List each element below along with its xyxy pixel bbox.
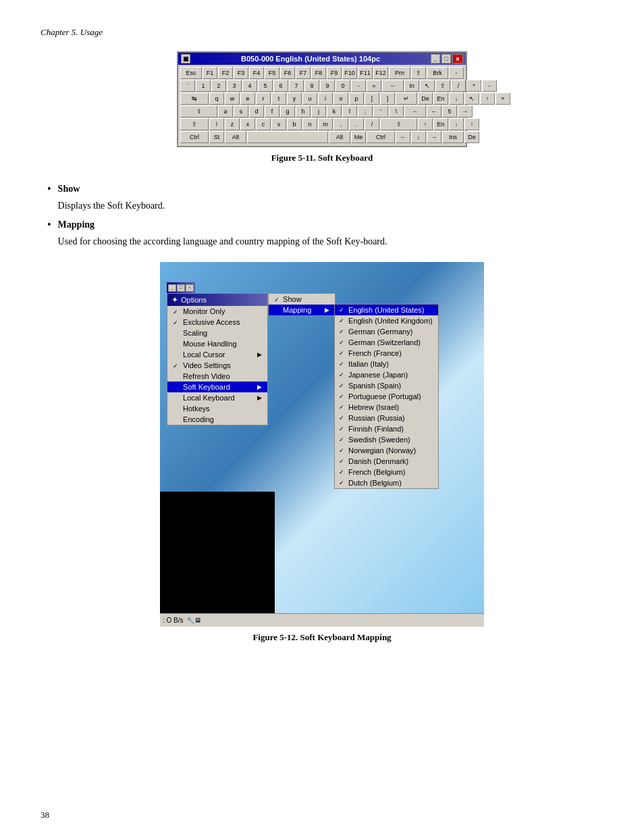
mapping-english-uk[interactable]: ✓ English (United Kingdom)	[335, 315, 438, 326]
sk-key-y[interactable]: y	[287, 93, 302, 105]
sk-key-f3[interactable]: F3	[234, 67, 248, 79]
mapping-english-us[interactable]: ✓ English (United States)	[335, 305, 438, 315]
sk-key-slash[interactable]: /	[365, 118, 379, 130]
sk-key-f10[interactable]: F10	[342, 67, 357, 79]
mapping-danish[interactable]: ✓ Danish (Denmark)	[335, 456, 438, 467]
menu-item-mouse-handling[interactable]: Mouse Handling	[167, 338, 267, 349]
menu-item-exclusive-access[interactable]: ✓ Exclusive Access	[167, 317, 267, 328]
sk-key-n[interactable]: n	[302, 118, 317, 130]
sk-key-num0[interactable]: Ins	[442, 131, 464, 143]
sk-key-period[interactable]: .	[349, 118, 364, 130]
mapping-italian[interactable]: ✓ Italian (Italy)	[335, 359, 438, 369]
sk-key-f1[interactable]: F1	[203, 67, 217, 79]
sk-key-a[interactable]: a	[218, 105, 233, 118]
sk-key-downarrow[interactable]: ↓	[411, 131, 426, 143]
sk-key-lalt[interactable]: Alt	[225, 131, 246, 143]
sk-key-space[interactable]	[247, 131, 328, 143]
sk-key-backspace[interactable]: ←	[382, 80, 404, 92]
sk-key-f11[interactable]: F11	[358, 67, 373, 79]
sk-key-c[interactable]: c	[256, 118, 271, 130]
sk-key-k[interactable]: k	[327, 105, 342, 118]
mapping-german-de[interactable]: ✓ German (Germany)	[335, 326, 438, 337]
sk-key-numminus[interactable]: -	[482, 80, 497, 92]
sk-minimize-btn[interactable]: _	[431, 54, 440, 63]
sk-key-6[interactable]: 6	[273, 80, 288, 92]
sk-key-7[interactable]: 7	[289, 80, 304, 92]
mapping-french-fr[interactable]: ✓ French (France)	[335, 348, 438, 359]
sk-key-pgdn[interactable]: ↓	[449, 93, 464, 105]
sk-key-f7[interactable]: F7	[296, 67, 311, 79]
mapping-finnish[interactable]: ✓ Finnish (Finland)	[335, 423, 438, 434]
sk-key-1[interactable]: 1	[196, 80, 211, 92]
sk-key-x[interactable]: x	[240, 118, 255, 130]
sk-key-num4[interactable]: ←	[427, 105, 441, 118]
sk-key-rshift[interactable]: ⇧	[380, 118, 417, 130]
sk-key-r[interactable]: r	[256, 93, 271, 105]
sk-key-j[interactable]: j	[311, 105, 326, 118]
mapping-japanese[interactable]: ✓ Japanese (Japan)	[335, 369, 438, 380]
win-maximize-btn[interactable]: □	[177, 284, 185, 292]
sk-key-num8[interactable]: ↑	[480, 93, 495, 105]
sk-key-v[interactable]: v	[271, 118, 286, 130]
sk-key-rightarrow[interactable]: →	[427, 131, 441, 143]
sk-key-rbracket[interactable]: ]	[380, 93, 395, 105]
sk-key-capslock[interactable]: ⇪	[180, 105, 217, 118]
win-minimize-btn[interactable]: _	[168, 284, 176, 292]
sk-key-comma[interactable]: ,	[333, 118, 348, 130]
sk-key-u[interactable]: u	[302, 93, 317, 105]
sk-key-m[interactable]: m	[318, 118, 333, 130]
sk-key-tab[interactable]: ↹	[180, 93, 209, 105]
sk-key-dash[interactable]: -	[351, 80, 366, 92]
sk-key-scroll[interactable]: ⇧	[411, 67, 426, 79]
sk-key-d[interactable]: d	[249, 105, 264, 118]
sk-key-i[interactable]: i	[318, 93, 333, 105]
mapping-spanish[interactable]: ✓ Spanish (Spain)	[335, 380, 438, 391]
sk-key-t[interactable]: t	[271, 93, 286, 105]
sk-key-ins[interactable]: In	[404, 80, 419, 92]
mapping-french-be[interactable]: ✓ French (Belgium)	[335, 467, 438, 477]
menu-item-hotkeys[interactable]: Hotkeys	[167, 403, 267, 414]
mapping-swedish[interactable]: ✓ Swedish (Sweden)	[335, 434, 438, 445]
sk-key-num1[interactable]: En	[433, 118, 448, 130]
sk-key-num2[interactable]: ↓	[449, 118, 464, 130]
options-panel[interactable]: ✦ Options ✓ Monitor Only ✓ Exclusive Acc…	[167, 293, 268, 425]
sk-key-equals[interactable]: =	[367, 80, 381, 92]
mapping-norwegian[interactable]: ✓ Norwegian (Norway)	[335, 445, 438, 456]
menu-item-local-keyboard[interactable]: Local Keyboard ▶	[167, 392, 267, 403]
sk-key-backslash[interactable]: \	[389, 105, 404, 118]
sk-key-numplus[interactable]: +	[495, 93, 510, 105]
mapping-dutch-be[interactable]: ✓ Dutch (Belgium)	[335, 477, 438, 488]
sk-key-leftarrow[interactable]: ←	[396, 131, 410, 143]
menu-item-local-cursor[interactable]: Local Cursor ▶	[167, 349, 267, 360]
sk-key-f[interactable]: f	[265, 105, 279, 118]
sk-key-3[interactable]: 3	[227, 80, 242, 92]
sk-key-s[interactable]: s	[234, 105, 248, 118]
sk-key-semicolon[interactable]: ;	[358, 105, 373, 118]
sk-key-num3[interactable]: ↑	[464, 118, 479, 130]
sk-key-e[interactable]: e	[240, 93, 255, 105]
sk-key-f8[interactable]: F8	[311, 67, 326, 79]
sk-key-ralt[interactable]: Alt	[329, 131, 350, 143]
sk-key-brk[interactable]: Brk	[427, 67, 448, 79]
sk-key-0[interactable]: 0	[336, 80, 350, 92]
sk-key-o[interactable]: o	[333, 93, 348, 105]
sk-close-btn[interactable]: ×	[452, 54, 463, 63]
sk-key-2[interactable]: 2	[211, 80, 226, 92]
sk-key-f2[interactable]: F2	[218, 67, 233, 79]
sk-key-q[interactable]: q	[209, 93, 224, 105]
sk-key-enter[interactable]: ↵	[396, 93, 417, 105]
submenu-soft-keyboard[interactable]: ✓ Show Mapping ▶	[268, 293, 336, 316]
sk-key-lbracket[interactable]: [	[365, 93, 379, 105]
sk-key-enter2[interactable]: ←	[404, 105, 426, 118]
sk-key-5[interactable]: 5	[258, 80, 273, 92]
mapping-german-ch[interactable]: ✓ German (Switzerland)	[335, 337, 438, 348]
sk-key-f9[interactable]: F9	[327, 67, 342, 79]
sk-key-prn[interactable]: Prn	[389, 67, 410, 79]
sk-key-minus-numpad[interactable]: -	[449, 67, 464, 79]
sk-key-backtick[interactable]: `	[180, 80, 195, 92]
sk-key-f12[interactable]: F12	[373, 67, 388, 79]
sk-key-win[interactable]: St	[209, 131, 224, 143]
sk-key-numstar[interactable]: *	[466, 80, 481, 92]
sk-key-f4[interactable]: F4	[249, 67, 264, 79]
sk-key-menu[interactable]: Me	[351, 131, 366, 143]
